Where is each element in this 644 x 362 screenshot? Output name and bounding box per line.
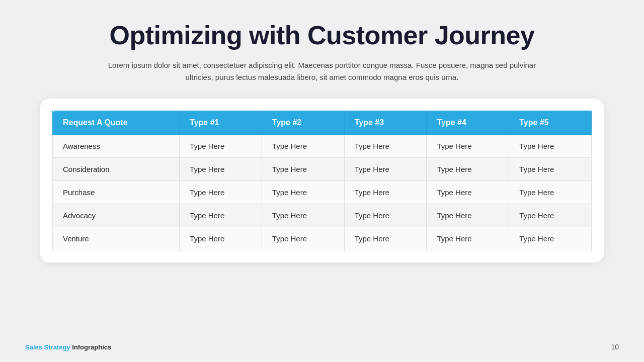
row-3-col-2: Type Here	[344, 204, 427, 227]
footer: Sales Strategy Infographics 10	[25, 343, 619, 351]
row-2-col-1: Type Here	[262, 181, 344, 204]
row-2-col-2: Type Here	[344, 181, 427, 204]
row-3-col-3: Type Here	[427, 204, 509, 227]
footer-brand: Sales Strategy Infographics	[25, 343, 111, 351]
row-0-col-4: Type Here	[509, 135, 592, 158]
row-3-col-4: Type Here	[509, 204, 592, 227]
table-row: PurchaseType HereType HereType HereType …	[53, 181, 592, 204]
row-2-col-4: Type Here	[509, 181, 592, 204]
row-1-col-3: Type Here	[427, 158, 509, 181]
col-header-3: Type #3	[344, 111, 427, 135]
col-header-1: Type #1	[180, 111, 262, 135]
footer-page-number: 10	[611, 343, 619, 351]
row-4-label: Venture	[53, 227, 180, 250]
row-0-col-3: Type Here	[427, 135, 509, 158]
table-row: VentureType HereType HereType HereType H…	[53, 227, 592, 250]
page: Optimizing with Customer Journey Lorem i…	[0, 0, 644, 362]
row-3-col-1: Type Here	[262, 204, 344, 227]
row-2-col-0: Type Here	[180, 181, 262, 204]
col-header-2: Type #2	[262, 111, 344, 135]
col-header-5: Type #5	[509, 111, 592, 135]
row-1-col-4: Type Here	[509, 158, 592, 181]
row-2-label: Purchase	[53, 181, 180, 204]
row-3-col-0: Type Here	[180, 204, 262, 227]
main-table: Request A Quote Type #1 Type #2 Type #3 …	[52, 111, 592, 250]
footer-brand-blue: Sales Strategy	[25, 343, 70, 351]
table-container: Request A Quote Type #1 Type #2 Type #3 …	[40, 99, 604, 262]
row-4-col-4: Type Here	[509, 227, 592, 250]
footer-brand-dark: Infographics	[70, 343, 112, 351]
table-row: AdvocacyType HereType HereType HereType …	[53, 204, 592, 227]
col-header-0: Request A Quote	[53, 111, 180, 135]
row-1-col-0: Type Here	[180, 158, 262, 181]
row-1-col-1: Type Here	[262, 158, 344, 181]
row-1-col-2: Type Here	[344, 158, 427, 181]
row-4-col-0: Type Here	[180, 227, 262, 250]
table-row: AwarenessType HereType HereType HereType…	[53, 135, 592, 158]
page-subtitle: Lorem ipsum dolor sit amet, consectetuer…	[106, 59, 538, 83]
page-title: Optimizing with Customer Journey	[110, 20, 535, 50]
row-4-col-1: Type Here	[262, 227, 344, 250]
table-header-row: Request A Quote Type #1 Type #2 Type #3 …	[53, 111, 592, 135]
col-header-4: Type #4	[427, 111, 509, 135]
table-row: ConsiderationType HereType HereType Here…	[53, 158, 592, 181]
row-0-col-2: Type Here	[344, 135, 427, 158]
row-3-label: Advocacy	[53, 204, 180, 227]
row-1-label: Consideration	[53, 158, 180, 181]
row-4-col-2: Type Here	[344, 227, 427, 250]
row-0-col-1: Type Here	[262, 135, 344, 158]
row-4-col-3: Type Here	[427, 227, 509, 250]
row-2-col-3: Type Here	[427, 181, 509, 204]
row-0-col-0: Type Here	[180, 135, 262, 158]
row-0-label: Awareness	[53, 135, 180, 158]
